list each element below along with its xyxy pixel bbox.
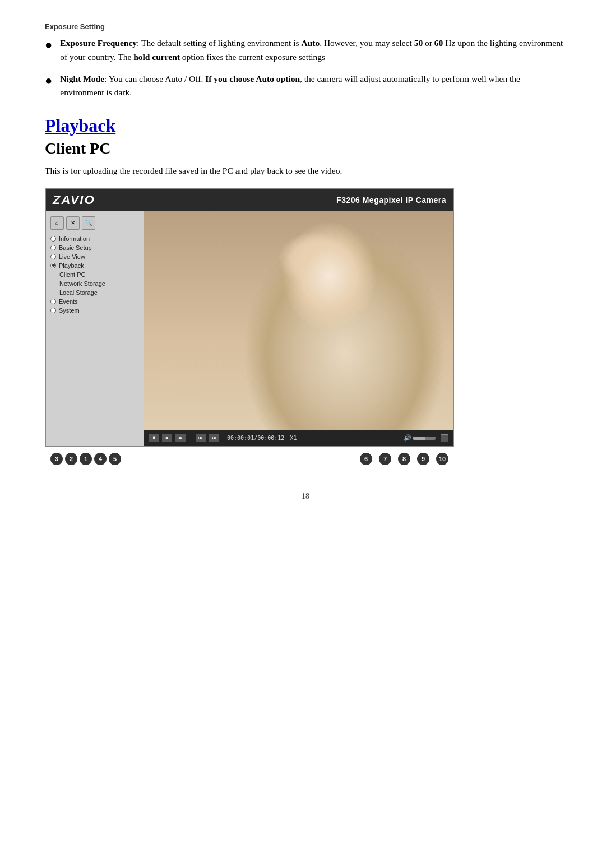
camera-body: ⌂ ✕ 🔍 Information Basic Setup Live View …: [46, 211, 453, 446]
section-title: Exposure Setting: [45, 22, 566, 31]
sidebar-item-basic-setup[interactable]: Basic Setup: [46, 243, 144, 252]
circle-8: 8: [398, 453, 410, 465]
pause-button[interactable]: ⏸: [149, 434, 159, 442]
stop-button[interactable]: ■: [162, 434, 172, 442]
circle-9: 9: [417, 453, 429, 465]
night-mode-label: Night Mode: [60, 74, 104, 83]
sidebar-item-information[interactable]: Information: [46, 234, 144, 243]
volume-area: 🔊: [404, 434, 448, 442]
network-storage-sub-label: Network Storage: [59, 280, 105, 287]
60-bold: 60: [434, 38, 443, 48]
circle-2: 2: [65, 453, 77, 465]
radio-system: [50, 308, 56, 313]
sidebar-toolbar: ⌂ ✕ 🔍: [46, 214, 144, 232]
camera-header: ZAVIO F3206 Megapixel IP Camera: [46, 189, 453, 211]
circle-6: 6: [360, 453, 372, 465]
eject-button[interactable]: ⏏: [175, 434, 186, 442]
home-button[interactable]: ⌂: [50, 216, 64, 230]
circle-3: 3: [50, 453, 63, 465]
fast-forward-button[interactable]: ⏭: [209, 434, 219, 442]
zavio-logo: ZAVIO: [53, 193, 95, 207]
close-button[interactable]: ✕: [66, 216, 80, 230]
rewind-button[interactable]: ⏮: [196, 434, 206, 442]
radio-events: [50, 299, 56, 304]
radio-basic-setup: [50, 245, 56, 250]
circles-left: 3 2 1 4 5: [50, 453, 121, 465]
speed-display: X1: [290, 435, 297, 441]
events-label: Events: [59, 298, 78, 305]
video-frame: [144, 211, 453, 430]
client-pc-sub-label: Client PC: [59, 271, 85, 278]
sidebar-item-live-view[interactable]: Live View: [46, 252, 144, 261]
sidebar: ⌂ ✕ 🔍 Information Basic Setup Live View …: [46, 211, 144, 446]
client-pc-heading: Client PC: [45, 140, 566, 157]
local-storage-sub-label: Local Storage: [59, 289, 98, 296]
camera-ui: ZAVIO F3206 Megapixel IP Camera ⌂ ✕ 🔍 In…: [45, 188, 454, 447]
circle-10: 10: [436, 453, 448, 465]
numbered-circles-row: 3 2 1 4 5 6 7 8 9 10: [45, 448, 454, 470]
hold-current-bold: hold current: [133, 52, 180, 62]
system-label: System: [59, 307, 80, 314]
volume-icon: 🔊: [404, 434, 411, 442]
volume-fill: [413, 437, 425, 440]
radio-information: [50, 236, 56, 242]
bullet-text-2: Night Mode: You can choose Auto / Off. I…: [60, 72, 566, 100]
circle-4: 4: [94, 453, 107, 465]
radio-playback: [50, 263, 56, 268]
auto-bold: Auto: [301, 38, 320, 48]
basic-setup-label: Basic Setup: [59, 244, 92, 251]
playback-label: Playback: [59, 262, 84, 269]
sidebar-sub-item-local-storage[interactable]: Local Storage: [46, 288, 144, 297]
circle-5: 5: [109, 453, 121, 465]
bullet-text-1: Exposure Frequency: The default setting …: [60, 36, 566, 64]
sidebar-item-system[interactable]: System: [46, 306, 144, 315]
sidebar-item-events[interactable]: Events: [46, 297, 144, 306]
sidebar-sub-item-client-pc[interactable]: Client PC: [46, 270, 144, 279]
bullet-dot-1: ●: [45, 35, 52, 54]
live-view-label: Live View: [59, 253, 85, 260]
information-label: Information: [59, 235, 90, 242]
circles-right: 6 7 8 9 10: [360, 453, 448, 465]
exposure-frequency-label: Exposure Frequency: [60, 38, 137, 48]
camera-model: F3206 Megapixel IP Camera: [336, 196, 446, 205]
baby-image: [144, 211, 453, 430]
client-pc-description: This is for uploading the recorded file …: [45, 164, 566, 178]
bullet-dot-2: ●: [45, 71, 52, 90]
50-bold: 50: [414, 38, 423, 48]
volume-bar[interactable]: [413, 437, 436, 440]
circle-7: 7: [379, 453, 391, 465]
sidebar-item-playback[interactable]: Playback: [46, 261, 144, 270]
auto-option-bold: If you choose Auto option: [205, 74, 300, 83]
time-display: 00:00:01/00:00:12: [227, 435, 284, 441]
page-number: 18: [45, 492, 566, 501]
video-controls-bar: ⏸ ■ ⏏ ⏮ ⏭ 00:00:01/00:00:12 X1 🔊: [144, 430, 453, 446]
bullet-item-exposure-frequency: ● Exposure Frequency: The default settin…: [45, 36, 566, 64]
sidebar-sub-item-network-storage[interactable]: Network Storage: [46, 279, 144, 288]
search-button[interactable]: 🔍: [82, 216, 95, 230]
video-area: ⏸ ■ ⏏ ⏮ ⏭ 00:00:01/00:00:12 X1 🔊: [144, 211, 453, 446]
circle-1: 1: [80, 453, 92, 465]
radio-live-view: [50, 254, 56, 259]
playback-heading: Playback: [45, 115, 566, 136]
fullscreen-button[interactable]: [441, 434, 448, 442]
bullet-item-night-mode: ● Night Mode: You can choose Auto / Off.…: [45, 72, 566, 100]
